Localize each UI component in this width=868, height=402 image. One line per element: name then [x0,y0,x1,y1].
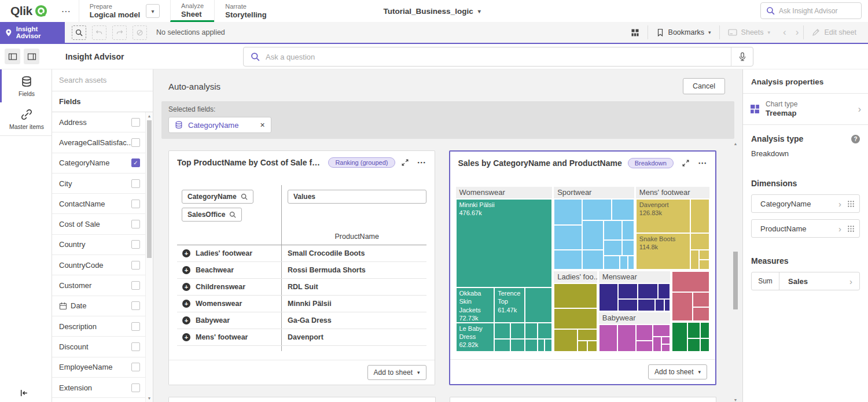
treemap-cell[interactable] [599,283,618,311]
treemap-cell[interactable] [658,283,670,298]
treemap-cell[interactable] [628,256,634,270]
treemap-group-header[interactable]: Mens' footwear [636,187,709,198]
field-checkbox[interactable]: ✓ [131,301,140,310]
scrollbar-thumb[interactable] [733,252,738,309]
treemap-cell[interactable] [554,199,582,225]
card-menu-icon[interactable]: ⋯ [417,157,426,168]
dimension-item-categoryname[interactable]: CategoryName › [751,194,860,213]
chart-card-treemap[interactable]: Sales by CategoryName and ProductName Br… [449,150,717,385]
treemap-cell[interactable] [636,324,653,341]
sheets-button[interactable]: Sheets ▾ [720,22,778,43]
expand-row-icon[interactable]: + [182,266,190,274]
dimension-chip-categoryname[interactable]: CategoryName [182,190,253,204]
ask-a-question-search[interactable] [243,47,753,67]
help-icon[interactable]: ? [851,135,860,143]
main-scrollbar[interactable]: ▲ ▼ [731,142,740,402]
chart-type-row[interactable]: Chart type Treemap › [743,94,868,125]
treemap-cell[interactable] [690,250,699,270]
treemap-cell[interactable] [661,337,670,344]
treemap-cell[interactable] [554,329,578,352]
treemap-cell[interactable] [620,256,628,270]
treemap-cell[interactable] [617,324,636,352]
treemap-cell[interactable] [604,256,620,270]
field-row-extension[interactable]: Extension✓ [52,378,153,398]
toggle-right-panel-button[interactable] [24,49,39,64]
field-checkbox[interactable]: ✓ [131,200,140,208]
field-row-discount[interactable]: Discount✓ [52,337,153,357]
treemap-group-header[interactable]: Babywear [599,312,670,324]
treemap-cell[interactable] [622,220,634,240]
ask-insight-advisor-search[interactable] [760,2,862,19]
field-row-countrycode[interactable]: CountryCode✓ [52,255,153,275]
dimension-chip-salesoffice[interactable]: SalesOffice [182,208,242,222]
undo-selection-button[interactable] [92,25,106,40]
treemap-group-header[interactable]: Womenswear [456,187,553,198]
treemap-cell[interactable] [693,292,709,307]
expand-row-icon[interactable]: + [182,333,190,341]
next-sheet-button[interactable]: › [791,27,804,38]
voice-input-button[interactable] [731,47,753,66]
expand-icon[interactable] [401,158,409,167]
treemap-group-header[interactable]: Menswear [599,271,670,283]
treemap-cell[interactable] [599,324,617,352]
treemap-cell[interactable] [687,338,700,352]
treemap-cell[interactable] [622,240,634,256]
treemap-cell[interactable] [672,322,687,352]
treemap-cell[interactable] [655,299,664,312]
field-row-contactname[interactable]: ContactName✓ [52,194,153,214]
smart-search-button[interactable] [72,25,86,40]
field-row-date[interactable]: Date✓ [52,296,153,316]
toggle-left-panel-button[interactable] [5,49,20,64]
treemap-cell[interactable]: Terence Top61.47k [494,287,525,323]
treemap-cell[interactable] [672,271,709,292]
treemap-cell[interactable] [618,299,638,312]
treemap-cell[interactable] [554,308,597,330]
treemap-cell[interactable] [700,338,709,352]
treemap-cell[interactable] [582,220,604,250]
treemap-cell[interactable] [636,341,653,352]
field-row-city[interactable]: City✓ [52,174,153,194]
field-checkbox[interactable]: ✓ [131,363,140,371]
treemap-cell[interactable] [700,322,709,338]
table-row[interactable]: +Childrenswear RDL Suit [177,279,426,296]
treemap-cell[interactable] [687,322,700,338]
treemap-cell[interactable] [699,260,709,270]
scroll-up-icon[interactable]: ▲ [731,142,740,146]
nav-narrate[interactable]: Narrate Storytelling [214,0,277,22]
treemap-cell[interactable] [525,339,538,352]
table-row[interactable]: +Ladies' footwear Small Crocodile Boots [177,245,426,262]
table-row[interactable]: +Mens' footwear Davenport [177,329,426,346]
field-checkbox[interactable]: ✓ [131,261,140,270]
treemap-cell[interactable] [587,341,597,352]
field-checkbox[interactable]: ✓ [131,342,140,351]
cancel-button[interactable]: Cancel [683,78,725,94]
app-title-menu[interactable]: Tutorial_Business_logic ▾ [384,0,481,22]
treemap-cell[interactable] [538,339,545,352]
drag-handle-icon[interactable] [847,225,855,233]
collapse-panel-button[interactable] [20,389,28,397]
chart-card-ranking[interactable]: Top ProductName by Cost of Sale for Cate… [168,150,435,385]
field-row-country[interactable]: Country✓ [52,235,153,255]
field-checkbox[interactable]: ✓ [131,281,140,290]
treemap-cell[interactable] [604,220,622,240]
previous-sheet-button[interactable]: ‹ [778,27,791,38]
treemap-cell[interactable] [582,199,612,220]
treemap-cell[interactable] [525,323,538,339]
treemap-cell[interactable] [638,283,657,298]
treemap-cell[interactable] [699,250,709,260]
expand-row-icon[interactable]: + [182,283,190,291]
scrollbar-thumb[interactable] [147,120,152,258]
treemap-cell[interactable] [653,324,670,337]
card-menu-icon[interactable]: ⋯ [698,158,707,168]
field-row-description[interactable]: Description✓ [52,316,153,337]
table-row[interactable]: +Beachwear Rossi Bermuda Shorts [177,262,426,279]
treemap-cell[interactable] [545,339,552,352]
rail-tab-fields[interactable]: Fields [0,69,52,102]
fields-scrollbar[interactable]: ▲ ▼ [145,112,153,402]
treemap-group-header[interactable]: Ladies' foo... [554,271,597,283]
treemap-cell[interactable] [578,329,597,341]
treemap-cell[interactable] [661,344,670,352]
scroll-up-icon[interactable]: ▲ [146,114,153,118]
treemap-cell[interactable] [693,307,709,321]
redo-selection-button[interactable] [112,25,127,40]
